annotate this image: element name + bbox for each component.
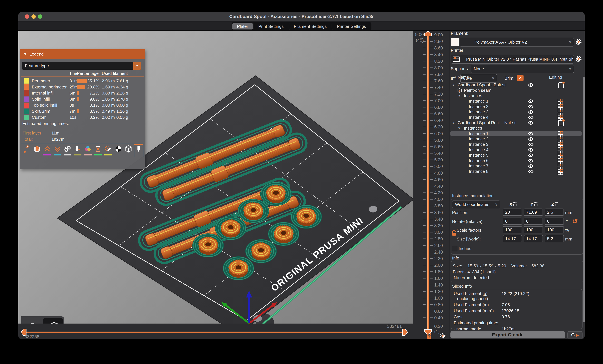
shells-icon[interactable]: [125, 145, 132, 157]
tool-marker-icon[interactable]: [135, 145, 143, 157]
edit-object-icon[interactable]: [558, 82, 564, 88]
tree-row[interactable]: ∨ Instance 3: [450, 142, 582, 147]
hslider-right-handle[interactable]: [402, 329, 408, 336]
divider: [21, 143, 144, 143]
expander-icon[interactable]: ∨: [452, 83, 454, 87]
size-z-input[interactable]: 5.2: [545, 235, 564, 242]
tick-label: 3.00: [434, 230, 443, 235]
edit-instance-icon[interactable]: [558, 169, 563, 174]
tree-row[interactable]: ∨ Instance 4: [450, 147, 582, 152]
coordinates-select[interactable]: World coordinates ∨: [452, 201, 500, 208]
expander-icon[interactable]: ∨: [452, 121, 454, 125]
tab[interactable]: Plater: [232, 23, 253, 30]
tree-row[interactable]: ∨ Instance 2: [450, 136, 582, 142]
tree-row[interactable]: ∨ Instance 7: [450, 163, 582, 169]
tree-row[interactable]: ∨ Instance 2: [450, 104, 582, 109]
reset-rotation-icon[interactable]: ↺: [572, 217, 578, 225]
supports-select[interactable]: None ∨: [471, 65, 574, 73]
pause-prints-icon[interactable]: [94, 145, 102, 157]
export-gcode-button[interactable]: Export G-code: [451, 331, 565, 339]
nut-instance: [238, 199, 269, 223]
tab[interactable]: Filament Settings: [289, 23, 332, 30]
rotate-z-input[interactable]: 0: [545, 217, 564, 225]
object-tree: ∨ Cardboard Spool - Bolt.stl ∨ Paint-on …: [450, 82, 582, 174]
edit-instance-icon[interactable]: [558, 148, 563, 152]
hslider-track[interactable]: [23, 331, 405, 333]
tick-label: 7.20: [434, 92, 443, 97]
edit-instance-icon[interactable]: [558, 115, 563, 120]
expander-icon[interactable]: ∨: [458, 93, 460, 97]
edit-instance-icon[interactable]: [558, 164, 563, 169]
custom-gcode-icon[interactable]: [104, 145, 112, 157]
edit-instance-icon[interactable]: [558, 104, 563, 109]
inches-checkbox[interactable]: [452, 246, 457, 251]
filament-settings-gear-icon[interactable]: [575, 38, 582, 45]
sidebar-scrollbar[interactable]: [583, 77, 585, 322]
rotate-x-input[interactable]: 0: [503, 217, 522, 225]
edit-instance-icon[interactable]: [558, 131, 563, 136]
feature-grams: 0.00 g: [116, 103, 128, 108]
printer-settings-gear-icon[interactable]: [575, 55, 582, 62]
lock-icon[interactable]: [426, 332, 433, 339]
tree-row[interactable]: ∨ Cardboard Spool Refill - Nut.stl: [450, 120, 582, 125]
seams-icon[interactable]: [64, 145, 71, 157]
retractions-icon[interactable]: [43, 145, 51, 157]
expander-icon[interactable]: ∨: [458, 126, 460, 130]
scale-x-input[interactable]: 100: [503, 226, 522, 233]
tick-dash: [423, 193, 426, 193]
tree-row[interactable]: ∨ Instance 8: [450, 169, 582, 174]
edit-object-icon[interactable]: [558, 120, 564, 126]
tab[interactable]: Printer Settings: [332, 23, 371, 30]
tree-row-label: Instance 2: [469, 136, 488, 142]
scale-y-input[interactable]: 100: [524, 226, 543, 233]
edit-instance-icon[interactable]: [558, 153, 563, 158]
center-of-mass-icon[interactable]: [114, 145, 122, 157]
rotate-y-input[interactable]: 0: [524, 217, 543, 225]
legend-column-headers: Time Percentage Used filament: [20, 71, 145, 76]
edit-instance-icon[interactable]: [558, 110, 563, 114]
tree-row[interactable]: ∨ Instance 1: [450, 131, 582, 136]
filament-select[interactable]: Polymaker ASA - Orbiter V2 ∨: [460, 38, 574, 46]
edit-instance-icon[interactable]: [558, 99, 563, 104]
layer-tick: 5.60: [413, 144, 449, 149]
scale-z-input[interactable]: 100: [545, 226, 564, 233]
tree-row[interactable]: ∨ Cardboard Spool - Bolt.stl: [450, 82, 582, 88]
size-x-input[interactable]: 14.17: [503, 235, 522, 242]
deretractions-icon[interactable]: [53, 145, 61, 157]
tree-row[interactable]: ∨ Instance 6: [450, 158, 582, 163]
sliced-row-value: 7.08: [502, 302, 582, 307]
gear-icon[interactable]: [440, 332, 446, 339]
scale-unit: %: [565, 228, 569, 233]
position-y-input[interactable]: 71.69: [524, 208, 543, 216]
tree-row[interactable]: ∨ Instance 3: [450, 109, 582, 115]
tab[interactable]: Print Settings: [253, 23, 289, 30]
travels-icon[interactable]: [23, 145, 31, 157]
export-gcode-menu-button[interactable]: G ▶: [568, 331, 582, 339]
tree-row[interactable]: ∨ Instance 5: [450, 152, 582, 158]
eye-icon[interactable]: [528, 169, 533, 175]
view-type-select[interactable]: Feature type ▼: [22, 62, 141, 70]
edit-instance-icon[interactable]: [558, 137, 563, 142]
tree-row[interactable]: ∨ Instances: [450, 93, 582, 98]
edit-instance-icon[interactable]: [558, 158, 563, 163]
tree-row[interactable]: ∨ Instance 4: [450, 115, 582, 120]
layer-tick: 3.80: [413, 204, 449, 208]
printer-select[interactable]: Prusa Mini Orbiter V2.0 * Pashas Prusa M…: [451, 55, 574, 64]
viewport-3d[interactable]: ORIGINAL PRUSA MINI: [18, 31, 413, 324]
tool-changes-icon[interactable]: [74, 145, 81, 157]
tree-row[interactable]: ∨ Instances: [450, 125, 582, 131]
title-bar: Cardboard Spool - Accessories - PrusaSli…: [18, 12, 585, 22]
col-used-filament: Used filament: [102, 71, 128, 76]
tree-row[interactable]: ∨ Paint-on seam: [450, 88, 582, 93]
wipe-icon[interactable]: [33, 145, 41, 157]
color-changes-icon[interactable]: [84, 145, 92, 157]
position-x-input[interactable]: 20: [503, 208, 522, 216]
edit-instance-icon[interactable]: [558, 142, 563, 147]
size-y-input[interactable]: 14.17: [524, 235, 543, 242]
legend-header[interactable]: ▼ Legend: [20, 49, 145, 59]
scale-lock-icon[interactable]: [451, 230, 457, 237]
tree-row-label: Instance 4: [469, 147, 488, 152]
dropdown-arrow-icon[interactable]: ▼: [133, 62, 141, 70]
position-z-input[interactable]: 2.6: [545, 208, 564, 216]
tree-row[interactable]: ∨ Instance 1: [450, 98, 582, 104]
